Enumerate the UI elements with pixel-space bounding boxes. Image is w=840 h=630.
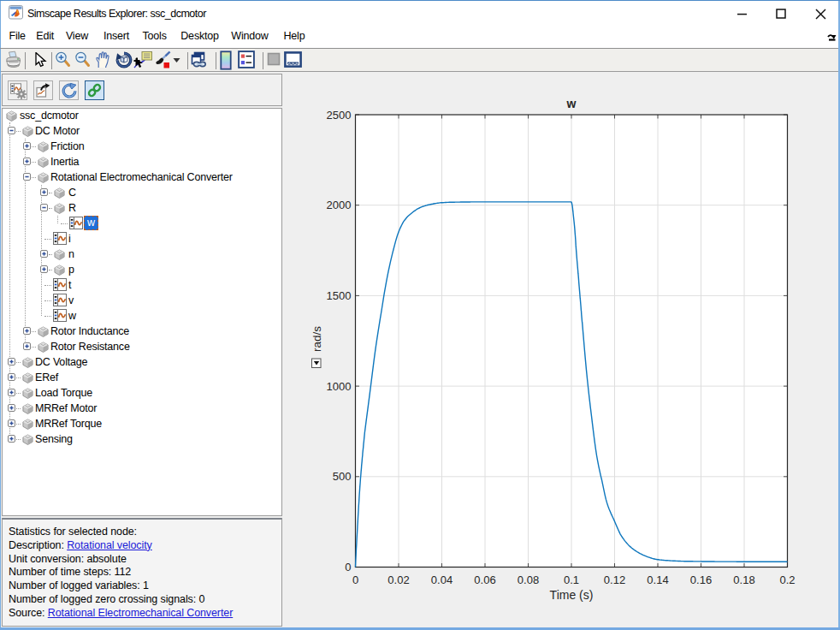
- svg-text:1000: 1000: [327, 380, 352, 393]
- svg-text:0.16: 0.16: [690, 574, 712, 586]
- svg-text:0.06: 0.06: [474, 574, 495, 586]
- svg-text:0.2: 0.2: [779, 574, 795, 586]
- svg-text:0.1: 0.1: [564, 574, 579, 586]
- svg-text:0: 0: [345, 561, 351, 574]
- svg-text:1500: 1500: [327, 289, 352, 302]
- svg-text:0: 0: [352, 574, 358, 586]
- svg-text:w: w: [566, 97, 577, 110]
- svg-text:Time (s): Time (s): [550, 588, 594, 602]
- svg-text:0.08: 0.08: [518, 574, 539, 586]
- svg-text:2000: 2000: [327, 199, 352, 211]
- svg-text:2500: 2500: [327, 109, 352, 122]
- svg-text:0.12: 0.12: [604, 574, 625, 586]
- svg-text:0.02: 0.02: [387, 574, 409, 586]
- svg-text:500: 500: [333, 470, 352, 483]
- svg-text:rad/s: rad/s: [311, 326, 323, 352]
- svg-text:0.18: 0.18: [733, 574, 754, 586]
- svg-text:0.14: 0.14: [647, 574, 668, 586]
- svg-text:0.04: 0.04: [431, 574, 453, 586]
